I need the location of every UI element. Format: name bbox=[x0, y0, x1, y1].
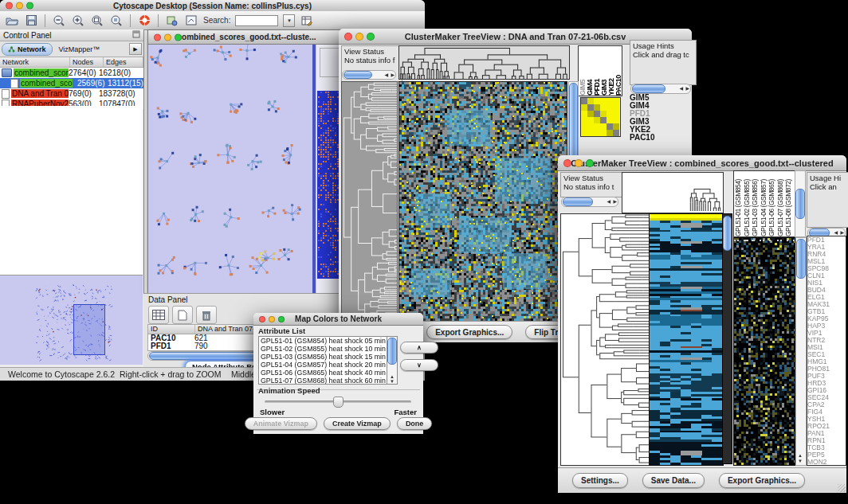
move-up-button[interactable]: ∧ bbox=[400, 342, 438, 354]
column-label[interactable]: GPL51-07 (GSM868) bbox=[776, 171, 785, 236]
minimize-button[interactable] bbox=[269, 316, 275, 322]
network-list-row[interactable]: combined_sco 2569(6) 13112(15) bbox=[0, 78, 143, 88]
dialog-button[interactable]: Create Vizmap bbox=[324, 417, 391, 430]
scroll-left-arrow[interactable]: ◀ bbox=[607, 199, 610, 204]
attribute-item[interactable]: GPL51-03 (GSM856) heat shock 15 min bbox=[261, 353, 388, 361]
zoom-button[interactable] bbox=[586, 159, 594, 167]
tab-overflow-button[interactable]: ▶ bbox=[129, 43, 142, 55]
gene-list-vscrollbar[interactable]: ▲ ▼ bbox=[795, 237, 807, 466]
main-titlebar[interactable]: Cytoscape Desktop (Session Name: collins… bbox=[0, 0, 425, 12]
zoom-out-icon[interactable] bbox=[52, 14, 66, 27]
close-button[interactable] bbox=[6, 2, 13, 10]
column-label[interactable]: GPL51-02 (GSM855) bbox=[743, 171, 752, 236]
scroll-right-arrow[interactable]: ▶ bbox=[391, 72, 395, 77]
zoom-in-icon[interactable] bbox=[71, 14, 85, 27]
minimize-button[interactable] bbox=[164, 33, 171, 41]
tab-network[interactable]: Network bbox=[2, 43, 53, 56]
column-label[interactable]: GPL51-08 (GSM872) bbox=[784, 171, 793, 236]
zoom-selected-icon[interactable] bbox=[109, 14, 124, 27]
network-canvas[interactable] bbox=[148, 45, 344, 293]
col-nodes[interactable]: Nodes bbox=[70, 57, 104, 67]
main-heatmap[interactable] bbox=[649, 213, 724, 466]
dialog-titlebar[interactable]: Map Colors to Network bbox=[253, 313, 423, 326]
attribute-item[interactable]: GPL51-02 (GSM855) heat shock 10 min bbox=[261, 345, 388, 353]
scroll-up-arrow[interactable]: ▲ bbox=[798, 453, 803, 458]
close-button[interactable] bbox=[563, 159, 571, 167]
minimize-button[interactable] bbox=[16, 2, 23, 10]
similarity-mini-heatmap[interactable] bbox=[580, 97, 621, 137]
zoom-button[interactable] bbox=[175, 33, 182, 41]
zoom-button[interactable] bbox=[367, 33, 375, 41]
column-label[interactable]: PFD1 bbox=[593, 46, 600, 96]
scroll-left-arrow[interactable]: ◀ bbox=[834, 230, 838, 235]
attribute-editor-icon[interactable] bbox=[300, 14, 314, 27]
column-label[interactable]: GPL51-06 (GSM865) bbox=[768, 171, 776, 236]
float-panel-icon[interactable] bbox=[132, 30, 140, 40]
network-list-row[interactable]: DNA and Tran 07 769(0) 183728(0) bbox=[0, 88, 143, 99]
save-icon[interactable] bbox=[24, 14, 38, 27]
row-label[interactable]: PAC10 bbox=[630, 134, 690, 142]
close-button[interactable] bbox=[344, 33, 352, 41]
birdseye-overview[interactable] bbox=[0, 275, 143, 365]
delete-attribute-icon[interactable] bbox=[196, 306, 217, 324]
slider-thumb[interactable] bbox=[333, 397, 344, 408]
col-edges[interactable]: Edges bbox=[104, 57, 143, 67]
row-dendrogram[interactable] bbox=[341, 81, 398, 322]
column-labels-vscrollbar[interactable] bbox=[795, 170, 806, 237]
scroll-thumb[interactable] bbox=[344, 71, 372, 79]
move-down-button[interactable]: ∨ bbox=[400, 359, 438, 371]
treeview-button[interactable]: Settings... bbox=[572, 473, 628, 488]
scroll-arrows[interactable]: ▲▼ bbox=[387, 374, 397, 384]
column-label[interactable]: GIM5 bbox=[579, 46, 586, 96]
search-input[interactable] bbox=[235, 15, 278, 26]
view-status-hscrollbar[interactable]: ◀ ▶ bbox=[561, 197, 618, 207]
col-id[interactable]: ID bbox=[148, 325, 195, 334]
row-dendrogram[interactable] bbox=[560, 213, 650, 466]
zoom-button[interactable] bbox=[278, 316, 285, 322]
attribute-item[interactable]: GPL51-06 (GSM865) heat shock 40 min bbox=[261, 369, 388, 377]
column-label[interactable]: YKE2 bbox=[607, 46, 614, 96]
zoom-button[interactable] bbox=[26, 2, 33, 10]
scroll-left-arrow[interactable]: ◀ bbox=[384, 72, 388, 77]
view-status-hscrollbar[interactable]: ◀ ▶ bbox=[342, 70, 396, 80]
close-button[interactable] bbox=[259, 316, 265, 322]
dialog-button[interactable]: Animate Vizmap bbox=[245, 417, 317, 430]
treeview-button[interactable]: Save Data... bbox=[642, 473, 705, 488]
animation-speed-slider[interactable] bbox=[265, 400, 411, 403]
column-label[interactable]: GPL51-01 (GSM854) bbox=[734, 171, 743, 236]
scroll-right-arrow[interactable]: ▶ bbox=[613, 199, 617, 204]
column-label[interactable]: GPL51-04 (GSM857) bbox=[760, 171, 768, 236]
scroll-right-arrow[interactable]: ▶ bbox=[685, 86, 689, 91]
scroll-thumb[interactable] bbox=[723, 216, 732, 251]
treeview-button[interactable]: Export Graphics... bbox=[719, 473, 805, 488]
attribute-list-vscrollbar[interactable]: ▲▼ bbox=[387, 336, 398, 385]
scroll-thumb[interactable] bbox=[387, 338, 397, 365]
network-view-titlebar[interactable]: combined_scores_good.txt--cluste... bbox=[148, 30, 345, 45]
window-controls[interactable] bbox=[6, 2, 33, 10]
zoom-fit-icon[interactable] bbox=[90, 14, 104, 27]
column-label[interactable]: PAC10 bbox=[614, 46, 622, 96]
search-dropdown-button[interactable]: ▼ bbox=[283, 14, 295, 27]
attribute-list[interactable]: GPL51-01 (GSM854) heat shock 05 minGPL51… bbox=[258, 336, 389, 385]
column-label[interactable]: GPL51-03 (GSM856) bbox=[751, 171, 760, 236]
column-label[interactable]: GIM4 bbox=[586, 46, 593, 96]
gene-label[interactable]: MON2 bbox=[807, 459, 846, 466]
minimize-button[interactable] bbox=[355, 33, 363, 41]
heatmap-vscrollbar[interactable] bbox=[722, 213, 732, 464]
overview-viewport-rect[interactable] bbox=[73, 304, 105, 355]
new-attribute-icon[interactable] bbox=[172, 306, 193, 324]
scroll-right-arrow[interactable]: ▶ bbox=[840, 230, 844, 235]
treeview-combined-titlebar[interactable]: ClusterMaker TreeView : combined_scores_… bbox=[558, 155, 846, 171]
scroll-thumb[interactable] bbox=[796, 239, 806, 279]
treeview-button[interactable]: Export Graphics... bbox=[426, 325, 512, 339]
dialog-button[interactable]: Done bbox=[397, 417, 433, 430]
resize-grip[interactable] bbox=[838, 484, 846, 492]
col-network[interactable]: Network bbox=[0, 57, 70, 67]
column-label[interactable]: GIM3 bbox=[600, 46, 607, 96]
scroll-thumb[interactable] bbox=[632, 84, 665, 93]
close-button[interactable] bbox=[154, 33, 161, 41]
minimize-button[interactable] bbox=[575, 159, 583, 167]
scroll-thumb[interactable] bbox=[795, 189, 805, 219]
scroll-thumb[interactable] bbox=[563, 197, 593, 206]
tab-vizmapper[interactable]: VizMapper™ bbox=[53, 44, 106, 55]
